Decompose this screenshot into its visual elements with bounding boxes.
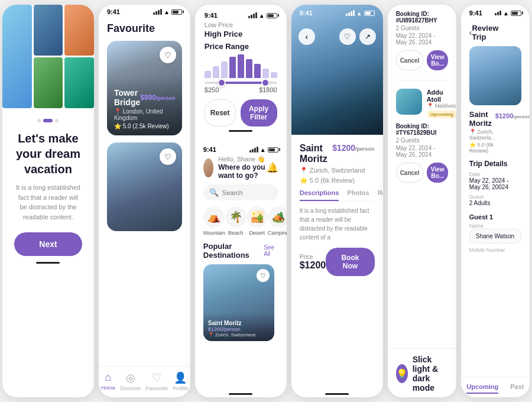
card-info-1: Tower Bridge $890/person 📍 London, Unite… (107, 76, 182, 135)
detail-action-buttons: ♡ ↗ (339, 28, 376, 45)
max-price-label: $1800 (259, 86, 277, 93)
pop-heart-1[interactable]: ♡ (257, 269, 270, 282)
hero-img-3 (64, 5, 94, 56)
detail-description: It is a long established fact that a rea… (300, 206, 375, 242)
destination-card-2[interactable]: ♡ (107, 142, 182, 231)
tab-reviews[interactable]: Reviews (378, 189, 383, 201)
date-label: Date (469, 171, 521, 177)
cancel-booking-2[interactable]: Cancel (396, 163, 424, 183)
search-bar[interactable]: 🔍 ⚙ (203, 184, 278, 200)
price-thumb-min[interactable] (218, 79, 226, 87)
next-button[interactable]: Next (14, 232, 82, 256)
view-booking-2[interactable]: View Bo... (427, 163, 447, 183)
pop-price-1: $1200/person (208, 326, 270, 332)
hero-images (2, 5, 94, 108)
destination-card-1[interactable]: ♡ Tower Bridge $890/person 📍 London, Uni… (107, 41, 182, 135)
hello-left: Hello, Shane 👋 Where do you want to go? (203, 155, 267, 180)
booking-1-buttons: Cancel View Bo... (396, 50, 448, 70)
booking-thumb-2 (396, 89, 422, 115)
discover-status-bar: 9:41 ▲ (203, 145, 278, 155)
discover-battery-icon (268, 147, 278, 153)
bar-1 (205, 71, 211, 78)
filter-buttons: Reset Apply Filter (205, 99, 277, 127)
review-signal-icon (495, 11, 501, 15)
popular-cards: ♡ Saint Moritz $1200/person 📍 Zurich, Sw… (203, 264, 278, 341)
review-battery-icon (511, 11, 521, 16)
nav-home[interactable]: ⌂ Home (101, 371, 115, 391)
apply-filter-button[interactable]: Apply Filter (241, 99, 277, 127)
discover-status-icons: ▲ (249, 147, 278, 153)
onboarding-subtitle: It is a long established fact that a rea… (14, 183, 82, 222)
card-name-1: Tower Bridge (114, 88, 140, 107)
price-value: $1200 (300, 260, 326, 271)
onboarding-panel: Let's make your dream vacation It is a l… (2, 5, 94, 397)
booking-2-details: Booking ID: #TY671829BUI 2 Guests May 22… (388, 123, 456, 186)
detail-signal-icon (346, 10, 355, 16)
tab-photos[interactable]: Photos (347, 189, 369, 201)
pagination-dots (37, 119, 59, 122)
booking-guests-1: 2 Guests (396, 25, 448, 31)
tab-past[interactable]: Past (510, 381, 524, 394)
detail-share-button[interactable]: ↗ (359, 28, 376, 45)
detail-heart-button[interactable]: ♡ (339, 28, 356, 45)
pop-location-1: 📍 Zurich, Switzerland (208, 332, 270, 338)
review-status-time: 9:41 (469, 9, 482, 17)
guest1-title: Guest 1 (469, 213, 521, 221)
card-rating-1: ⭐ 5.0 (2.5k Review) (114, 123, 175, 129)
trip-details-title: Trip Details (469, 160, 521, 168)
detail-rating: ⭐ 5.0 (6k Review) (300, 177, 375, 184)
favourite-heart-2[interactable]: ♡ (160, 148, 176, 165)
popular-card-1[interactable]: ♡ Saint Moritz $1200/person 📍 Zurich, Sw… (203, 264, 274, 341)
detail-content: Saint Moritz $1200/person 📍 Zurich, Swit… (291, 135, 383, 388)
bell-icon[interactable]: 🔔 (267, 162, 278, 173)
card-location-1: 📍 London, United Kingdom (114, 108, 175, 121)
booking-guests-2: 2 Guests (396, 137, 448, 144)
review-top-section: ‹ Review Trip Saint Moritz 📍 Zurich, Swi… (461, 18, 530, 160)
filter-signal-icon (248, 12, 257, 18)
favourite-heart-1[interactable]: ♡ (160, 47, 176, 63)
detail-back-button[interactable]: ‹ (299, 28, 315, 45)
filter-section: 9:41 ▲ Low Price High Price Price Rang (195, 5, 287, 140)
high-price-label: High Price (205, 30, 277, 38)
favourite-nav-icon: ♡ (152, 371, 161, 384)
reset-button[interactable]: Reset (205, 99, 236, 127)
favourites-title: Favourite (107, 22, 182, 35)
status-icons: ▲ (153, 9, 182, 15)
upcoming-badge: Upcoming (427, 111, 456, 118)
beach-icon: 🌴 (225, 206, 246, 228)
status-time: 9:41 (107, 8, 120, 15)
nav-discover[interactable]: ◎ Discover (120, 371, 141, 391)
see-all-link[interactable]: See All (264, 244, 278, 257)
tab-descriptions[interactable]: Descriptions (300, 189, 339, 201)
slick-mode-text: Slick light & dark mode (413, 355, 448, 393)
price-range-label: Price Range (205, 42, 277, 51)
view-booking-1[interactable]: View Bo... (427, 50, 447, 70)
guest-label: Guest (469, 194, 521, 200)
desert-label: Desert (249, 230, 265, 236)
nav-profile[interactable]: 👤 Profile (173, 371, 188, 391)
hero-img-1 (2, 5, 32, 108)
tab-upcoming[interactable]: Upcoming (466, 381, 498, 394)
trip-date-row: Date May 22, 2024 - May 26, 20024 (469, 171, 521, 190)
detail-location: 📍 Zurich, Switzerland (300, 167, 375, 174)
favourites-panel: 9:41 ▲ Favourite ♡ Tow (99, 5, 190, 397)
category-desert[interactable]: 🏜️ Desert (246, 206, 268, 236)
discover-nav-icon: ◎ (126, 371, 135, 384)
min-price-label: $250 (205, 86, 219, 93)
card-price-1: $890/person (140, 93, 175, 102)
camping-label: Camping (268, 230, 287, 236)
category-beach[interactable]: 🌴 Beach (225, 206, 246, 236)
book-now-button[interactable]: Book Now (326, 248, 374, 276)
price-range-track (205, 82, 277, 84)
detail-status-bar: 9:41 ▲ (291, 5, 383, 18)
price-thumb-max[interactable] (261, 79, 270, 87)
cancel-booking-1[interactable]: Cancel (396, 50, 424, 70)
search-input[interactable] (222, 189, 287, 196)
nav-favourite[interactable]: ♡ Favourite (145, 371, 168, 391)
price-info: Price $1200 (300, 254, 326, 271)
detail-status-time: 9:41 (300, 9, 313, 17)
category-camping[interactable]: 🏕️ Camping (268, 206, 287, 236)
price-label: Price (300, 254, 326, 260)
category-mountain[interactable]: ⛺ Mountain (203, 206, 225, 236)
name-input[interactable]: Shane Watson (469, 229, 521, 244)
